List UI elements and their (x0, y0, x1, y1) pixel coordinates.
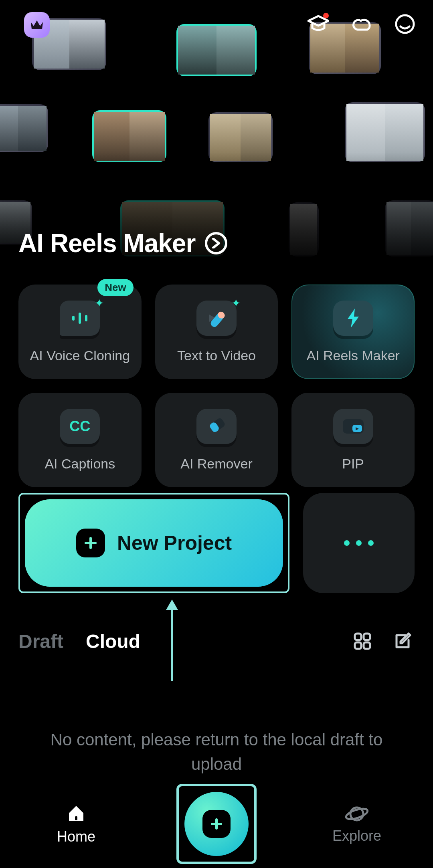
svg-rect-2 (79, 313, 81, 324)
gallery-thumb-selected[interactable] (176, 24, 257, 76)
hero-title: AI Reels Maker (18, 228, 195, 258)
nav-label: Home (57, 828, 95, 845)
svg-rect-17 (364, 642, 370, 649)
nav-home[interactable]: Home (24, 803, 128, 845)
feature-text-to-video[interactable]: ✦ Text to Video (155, 285, 278, 379)
empty-state-message: No content, please return to the local d… (0, 728, 433, 777)
new-project-label: New Project (117, 531, 232, 555)
gallery-thumb-selected[interactable] (92, 110, 166, 162)
feature-label: PIP (342, 456, 364, 472)
svg-rect-20 (211, 823, 222, 825)
fab-create-button[interactable] (184, 792, 249, 856)
pencil-video-icon: ✦ (196, 301, 237, 336)
svg-point-0 (396, 15, 414, 33)
lightning-icon (333, 301, 373, 336)
waveform-icon: ✦ (60, 301, 100, 336)
bottom-nav: Home Explore (0, 780, 433, 868)
sparkle-icon: ✦ (231, 297, 241, 310)
svg-rect-16 (355, 642, 361, 649)
planet-icon (345, 803, 368, 823)
dot-icon (368, 540, 374, 546)
feature-ai-reels[interactable]: AI Reels Maker (291, 285, 415, 379)
gallery-thumb[interactable] (345, 102, 425, 162)
new-project-row: New Project (18, 493, 415, 593)
top-toolbar (306, 12, 417, 36)
feature-label: AI Captions (45, 456, 115, 472)
captions-icon: CC (60, 409, 100, 444)
sparkle-icon: ✦ (95, 297, 104, 310)
project-tabs: Draft Cloud (18, 629, 415, 653)
svg-rect-1 (72, 316, 75, 321)
svg-rect-15 (364, 634, 370, 640)
feature-label: AI Voice Cloning (30, 348, 130, 363)
new-project-highlight: New Project (18, 493, 289, 593)
edit-icon[interactable] (391, 629, 415, 653)
feature-label: AI Reels Maker (306, 348, 399, 363)
nav-explore[interactable]: Explore (305, 803, 409, 844)
gallery-thumb[interactable] (208, 112, 273, 162)
tab-draft[interactable]: Draft (18, 630, 63, 652)
nav-label: Explore (332, 828, 381, 844)
dot-icon (356, 540, 362, 546)
feature-ai-remover[interactable]: AI Remover (155, 393, 278, 487)
gallery-thumb[interactable] (385, 200, 433, 256)
plus-icon (202, 810, 231, 838)
svg-rect-18 (75, 816, 77, 820)
dot-icon (344, 540, 350, 546)
feature-ai-captions[interactable]: CC AI Captions (18, 393, 142, 487)
cloud-icon[interactable] (350, 12, 374, 36)
notification-dot (323, 13, 329, 18)
feature-grid: New ✦ AI Voice Cloning ✦ Text to Video A… (18, 285, 415, 487)
fab-highlight (176, 784, 257, 864)
hero-section[interactable]: AI Reels Maker (18, 228, 227, 258)
gallery-thumb[interactable] (289, 202, 319, 256)
new-project-button[interactable]: New Project (25, 499, 283, 587)
home-icon (66, 803, 87, 824)
premium-button[interactable] (24, 12, 50, 38)
new-badge: New (97, 279, 133, 296)
svg-rect-13 (85, 542, 97, 544)
eraser-icon (196, 409, 237, 444)
gallery-thumb[interactable] (0, 104, 48, 152)
academy-icon[interactable] (306, 12, 330, 36)
chevron-right-icon (205, 232, 227, 254)
grid-view-icon[interactable] (350, 629, 374, 653)
captions-icon-text: CC (69, 418, 90, 435)
plus-icon (76, 529, 105, 557)
svg-rect-3 (85, 315, 87, 321)
more-button[interactable] (303, 493, 415, 593)
feature-voice-cloning[interactable]: New ✦ AI Voice Cloning (18, 285, 142, 379)
profile-icon[interactable] (393, 12, 417, 36)
svg-point-22 (345, 807, 368, 821)
pip-icon (333, 409, 373, 444)
feature-pip[interactable]: PIP (291, 393, 415, 487)
feature-label: AI Remover (180, 456, 253, 472)
tab-cloud[interactable]: Cloud (86, 630, 140, 652)
svg-rect-14 (355, 634, 361, 640)
feature-label: Text to Video (177, 348, 256, 363)
